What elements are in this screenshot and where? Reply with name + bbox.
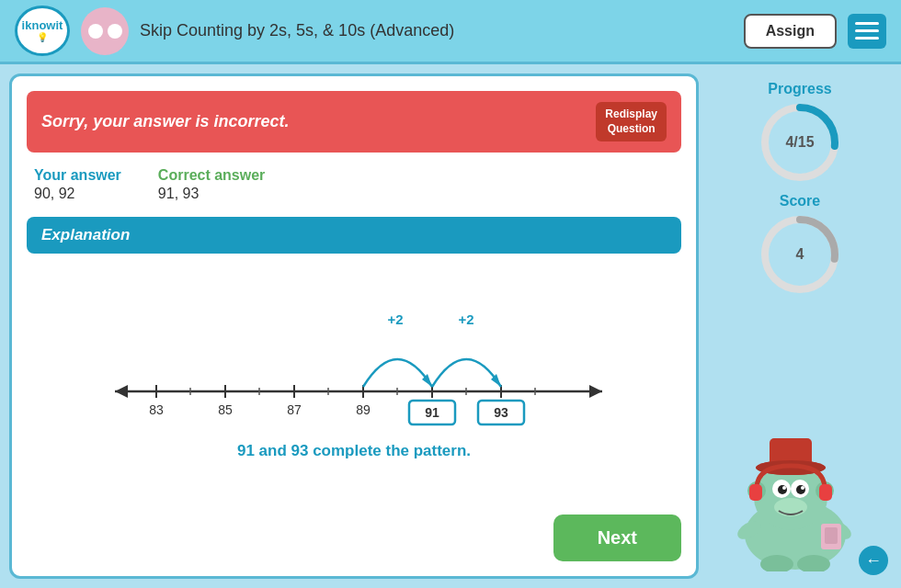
nl-label-85: 85 — [218, 402, 233, 417]
pattern-complete-text: 91 and 93 complete the pattern. — [237, 442, 471, 460]
hamburger-line-3 — [855, 37, 879, 40]
arc-2 — [432, 359, 501, 387]
number-line-area: 83 85 87 89 91 93 +2 +2 — [27, 265, 681, 500]
dot-1 — [88, 24, 103, 39]
your-answer-label: Your answer — [34, 167, 121, 184]
svg-rect-37 — [819, 484, 832, 501]
progress-label: Progress — [768, 81, 831, 97]
incorrect-banner: Sorry, your answer is incorrect. Redispl… — [27, 91, 681, 153]
left-arrow — [115, 385, 128, 398]
nl-label-87: 87 — [287, 402, 302, 417]
your-answer-block: Your answer 90, 92 — [34, 167, 121, 202]
correct-answer-block: Correct answer 91, 93 — [158, 167, 266, 202]
next-button-row: Next — [27, 514, 681, 561]
dot-2 — [108, 24, 122, 39]
svg-point-22 — [796, 485, 805, 494]
assign-button[interactable]: Assign — [744, 14, 837, 49]
correct-answer-label: Correct answer — [158, 167, 266, 184]
number-line-svg: 83 85 87 89 91 93 +2 +2 — [87, 304, 621, 433]
score-section: Score 4 — [758, 193, 841, 296]
nl-label-89: 89 — [356, 402, 371, 417]
svg-rect-36 — [749, 484, 762, 501]
arc1-label: +2 — [387, 311, 403, 327]
answers-row: Your answer 90, 92 Correct answer 91, 93 — [27, 164, 681, 206]
svg-point-21 — [778, 485, 787, 494]
nl-label-93: 93 — [494, 405, 508, 420]
menu-button[interactable] — [848, 14, 886, 49]
hamburger-line-2 — [855, 29, 879, 32]
back-arrow-button[interactable]: ← — [859, 546, 888, 575]
svg-rect-33 — [825, 527, 838, 544]
arc2-label: +2 — [458, 311, 473, 327]
hamburger-line-1 — [855, 22, 879, 25]
mascot-svg — [722, 424, 878, 571]
right-arrow — [589, 385, 602, 398]
lesson-icon — [81, 7, 129, 55]
incorrect-message: Sorry, your answer is incorrect. — [41, 112, 289, 131]
lesson-title: Skip Counting by 2s, 5s, & 10s (Advanced… — [140, 21, 733, 40]
score-label: Score — [780, 193, 820, 209]
score-value: 4 — [796, 246, 804, 263]
lesson-dots — [88, 24, 122, 39]
main-content: Sorry, your answer is incorrect. Redispl… — [0, 64, 901, 588]
logo: iknowit 💡 — [15, 6, 70, 56]
redisplay-button[interactable]: RedisplayQuestion — [596, 102, 667, 141]
progress-section: Progress 4/15 — [758, 81, 841, 184]
svg-point-23 — [782, 486, 786, 490]
next-button[interactable]: Next — [553, 514, 681, 561]
back-icon: ← — [865, 551, 882, 571]
arc-1 — [363, 359, 432, 387]
mascot — [717, 424, 883, 571]
header: iknowit 💡 Skip Counting by 2s, 5s, & 10s… — [0, 0, 901, 64]
logo-text: iknowit — [22, 19, 63, 32]
explanation-title: Explanation — [41, 226, 130, 243]
progress-value: 4/15 — [785, 134, 814, 151]
your-answer-value: 90, 92 — [34, 186, 121, 202]
right-panel: Progress 4/15 Score 4 — [708, 74, 892, 579]
nl-label-91: 91 — [425, 405, 439, 420]
logo-icon: 💡 — [37, 32, 48, 42]
correct-answer-value: 91, 93 — [158, 186, 266, 202]
left-panel: Sorry, your answer is incorrect. Redispl… — [9, 74, 699, 579]
explanation-bar: Explanation — [27, 217, 681, 254]
svg-point-24 — [801, 486, 804, 490]
score-circle: 4 — [758, 213, 841, 296]
nl-label-83: 83 — [149, 402, 164, 417]
progress-circle: 4/15 — [758, 101, 841, 184]
